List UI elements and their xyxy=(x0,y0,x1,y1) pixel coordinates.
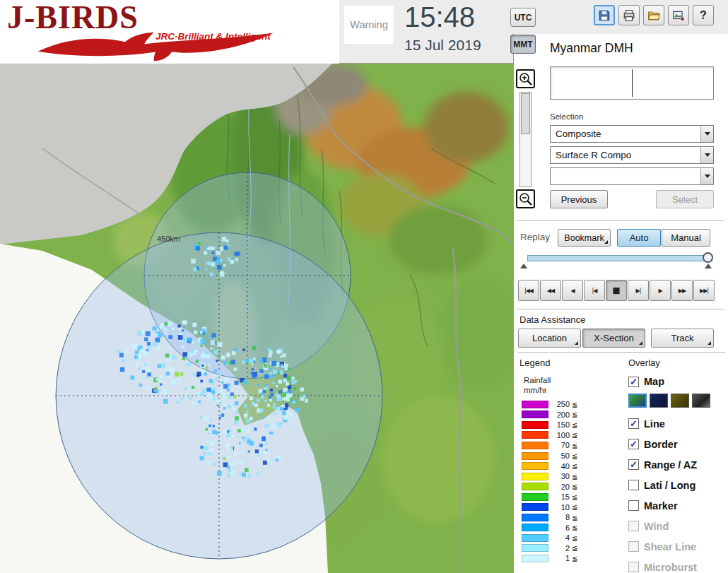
checkbox-line[interactable]: ✓ xyxy=(628,418,639,429)
checkbox-range-az[interactable]: ✓ xyxy=(628,459,639,470)
legend-value: 200 xyxy=(551,410,570,419)
checkbox-border[interactable]: ✓ xyxy=(628,439,639,449)
overlay-label-border: Border xyxy=(644,439,678,450)
x-section-button[interactable]: X-Section xyxy=(582,329,645,348)
legend-lte-symbol: ≦ xyxy=(572,410,577,418)
legend-lte-symbol: ≦ xyxy=(572,473,577,480)
legend-value: 15 xyxy=(551,492,570,501)
checkbox-lati-long[interactable] xyxy=(628,480,639,490)
map-style-dark-blue-button[interactable] xyxy=(650,394,668,408)
map-style-olive-button[interactable] xyxy=(671,394,689,408)
legend-unit-line1: Rainfall xyxy=(524,376,551,384)
product-dropdown-value: Surface R Compo xyxy=(551,147,700,163)
legend-value: 20 xyxy=(551,483,570,491)
image-icon-glyph xyxy=(672,9,685,22)
overlay-label-shear-line: Shear Line xyxy=(644,541,696,553)
open-folder-icon[interactable] xyxy=(643,5,664,25)
legend-lte-symbol: ≦ xyxy=(572,555,577,562)
print-icon-glyph xyxy=(623,9,635,22)
legend-color-swatch xyxy=(522,410,548,418)
station-listbox[interactable] xyxy=(550,66,714,100)
warning-label: Warning xyxy=(350,19,387,30)
legend-row: 6≦ xyxy=(514,523,620,533)
timezone-toggle: UTCMMT xyxy=(510,8,536,54)
checkbox-microburst xyxy=(628,562,639,572)
legend-lte-symbol: ≦ xyxy=(572,442,577,449)
auto-button[interactable]: Auto xyxy=(617,229,661,247)
legend-row: 10≦ xyxy=(514,502,620,512)
radar-map-canvas: 450km xyxy=(0,64,513,573)
skip-to-end-button[interactable]: ▶▶| xyxy=(693,280,715,301)
fast-rewind-button[interactable]: ◀◀ xyxy=(540,280,561,301)
checkbox-marker[interactable] xyxy=(628,500,639,511)
legend-color-swatch xyxy=(522,473,548,480)
composite-dropdown[interactable]: Composite xyxy=(550,125,714,143)
legend-lte-symbol: ≦ xyxy=(572,544,577,552)
product-dropdown[interactable]: Surface R Compo xyxy=(550,146,714,164)
fast-forward-button[interactable]: ▶▶ xyxy=(671,280,693,301)
replay-timeline-slider[interactable] xyxy=(527,255,712,261)
legend-row: 50≦ xyxy=(514,451,620,461)
legend-lte-symbol: ≦ xyxy=(572,534,577,542)
dropdown-arrow-icon[interactable] xyxy=(700,126,713,142)
overlay-item-microburst: Microburst xyxy=(628,557,727,573)
skip-to-start-button[interactable]: |◀◀ xyxy=(518,280,539,301)
legend-color-swatch xyxy=(522,431,548,439)
overlay-item-wind: Wind xyxy=(628,516,727,536)
zoom-slider[interactable] xyxy=(519,92,532,187)
legend-color-swatch xyxy=(522,483,548,490)
manual-button[interactable]: Manual xyxy=(662,229,710,247)
legend-value: 40 xyxy=(551,462,570,471)
legend-lte-symbol: ≦ xyxy=(572,462,577,470)
export-image-icon[interactable] xyxy=(668,5,689,25)
zoom-slider-thumb[interactable] xyxy=(521,93,530,134)
legend-row: 4≦ xyxy=(514,533,620,543)
timeline-position-marker xyxy=(705,264,712,268)
help-icon-glyph: ? xyxy=(700,9,707,22)
checkbox-map[interactable]: ✓ xyxy=(628,377,639,387)
overlay-label-lati-long: Lati / Long xyxy=(644,480,695,491)
mmt-button[interactable]: MMT xyxy=(510,35,536,54)
replay-slider-thumb[interactable] xyxy=(703,252,713,263)
save-icon[interactable] xyxy=(594,5,615,25)
stop-button[interactable]: ■ xyxy=(606,280,627,301)
location-button[interactable]: Location xyxy=(518,329,581,348)
legend-lte-symbol: ≦ xyxy=(572,514,577,521)
help-icon[interactable]: ? xyxy=(693,5,714,25)
eagle-logo-icon xyxy=(4,31,308,62)
range-ring xyxy=(56,232,382,559)
legend-row: 70≦ xyxy=(514,440,620,451)
clock-time: 15:48 xyxy=(404,1,475,33)
zoom-out-button[interactable] xyxy=(516,189,535,208)
previous-button[interactable]: Previous xyxy=(550,190,608,208)
legend-row: 40≦ xyxy=(514,461,620,471)
overlay-label-map: Map xyxy=(644,376,664,387)
checkbox-shear-line xyxy=(628,541,639,552)
track-button[interactable]: Track xyxy=(651,329,714,348)
zoom-in-button[interactable] xyxy=(516,69,535,88)
bookmark-button[interactable]: Bookmark xyxy=(558,229,611,247)
legend-value: 100 xyxy=(551,431,570,439)
dropdown-arrow-icon[interactable] xyxy=(700,168,713,184)
legend-value: 4 xyxy=(551,533,570,542)
legend-row: 2≦ xyxy=(514,543,620,554)
legend-color-swatch xyxy=(522,534,548,542)
play-button[interactable]: ▶ xyxy=(650,280,671,301)
utc-button[interactable]: UTC xyxy=(510,8,536,27)
playback-controls: |◀◀◀◀◀|◀■▶|▶▶▶▶▶| xyxy=(518,280,715,301)
legend-value: 10 xyxy=(551,503,570,512)
overlay-label-line: Line xyxy=(644,418,665,430)
parameter-dropdown[interactable] xyxy=(550,167,714,185)
step-back-button[interactable]: |◀ xyxy=(584,280,605,301)
legend-lte-symbol: ≦ xyxy=(572,503,577,511)
legend-row: 8≦ xyxy=(514,512,620,523)
map-style-terrain-button[interactable] xyxy=(628,394,647,408)
step-forward-button[interactable]: ▶| xyxy=(628,280,649,301)
dropdown-arrow-icon[interactable] xyxy=(700,147,713,163)
radar-map[interactable]: 450km xyxy=(0,64,513,573)
map-style-gray-button[interactable] xyxy=(692,394,710,408)
play-reverse-button[interactable]: ◀ xyxy=(562,280,583,301)
print-icon[interactable] xyxy=(618,5,640,25)
legend-value: 6 xyxy=(551,524,570,532)
legend-row: 1≦ xyxy=(514,553,620,564)
